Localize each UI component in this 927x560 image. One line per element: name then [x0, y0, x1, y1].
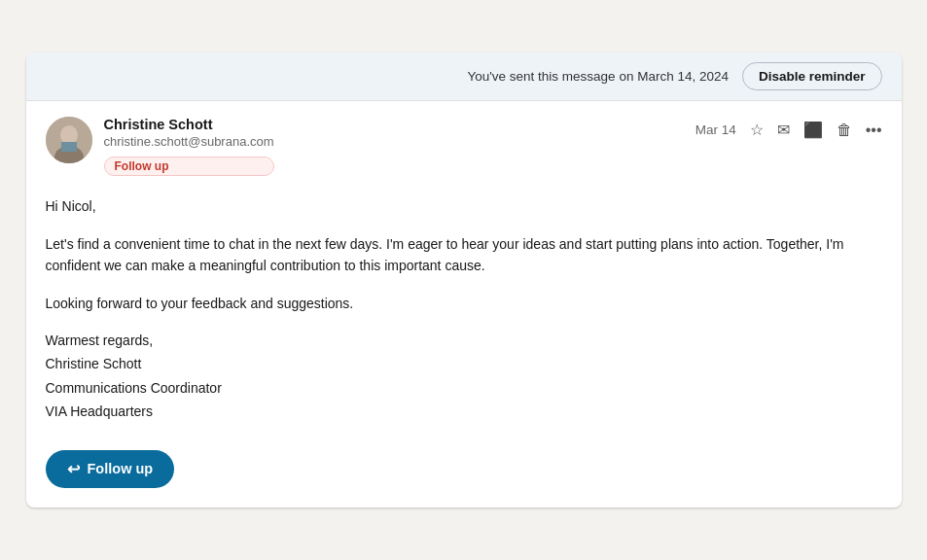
- svg-rect-3: [61, 142, 77, 152]
- email-greeting: Hi Nicol,: [46, 195, 882, 217]
- disable-reminder-button[interactable]: Disable reminder: [742, 62, 882, 90]
- email-paragraph-1: Let's find a convenient time to chat in …: [46, 233, 882, 277]
- email-card: You've sent this message on March 14, 20…: [26, 52, 902, 507]
- sender-name: Christine Schott: [104, 117, 274, 132]
- reply-arrow-icon: ↩: [67, 460, 80, 478]
- sender-email: christine.schott@subrana.com: [104, 134, 274, 149]
- reminder-bar: You've sent this message on March 14, 20…: [26, 52, 902, 101]
- email-icon[interactable]: ✉: [777, 121, 790, 139]
- email-header: Christine Schott christine.schott@subran…: [26, 101, 902, 188]
- email-meta: Mar 14 ☆ ✉ ⬛ 🗑 •••: [695, 117, 882, 139]
- follow-up-button-label: Follow up: [88, 461, 154, 476]
- sender-info: Christine Schott christine.schott@subran…: [104, 117, 274, 176]
- email-signature: Warmest regards, Christine Schott Commun…: [46, 330, 882, 423]
- delete-icon[interactable]: 🗑: [837, 122, 852, 139]
- signature-title: Communications Coordinator: [46, 377, 882, 399]
- follow-up-badge: Follow up: [104, 157, 274, 176]
- follow-up-button[interactable]: ↩ Follow up: [46, 450, 175, 488]
- signature-org: VIA Headquarters: [46, 401, 882, 422]
- reminder-text: You've sent this message on March 14, 20…: [467, 69, 729, 84]
- email-paragraph-2: Looking forward to your feedback and sug…: [46, 293, 882, 314]
- sender-section: Christine Schott christine.schott@subran…: [46, 117, 274, 176]
- email-date: Mar 14: [695, 122, 736, 137]
- avatar: [46, 117, 92, 163]
- email-signoff: Warmest regards,: [46, 330, 882, 351]
- more-options-icon[interactable]: •••: [866, 122, 882, 139]
- archive-icon[interactable]: ⬛: [803, 121, 823, 139]
- star-icon[interactable]: ☆: [750, 121, 764, 139]
- email-body: Hi Nicol, Let's find a convenient time t…: [26, 188, 902, 507]
- signature-name: Christine Schott: [46, 353, 882, 374]
